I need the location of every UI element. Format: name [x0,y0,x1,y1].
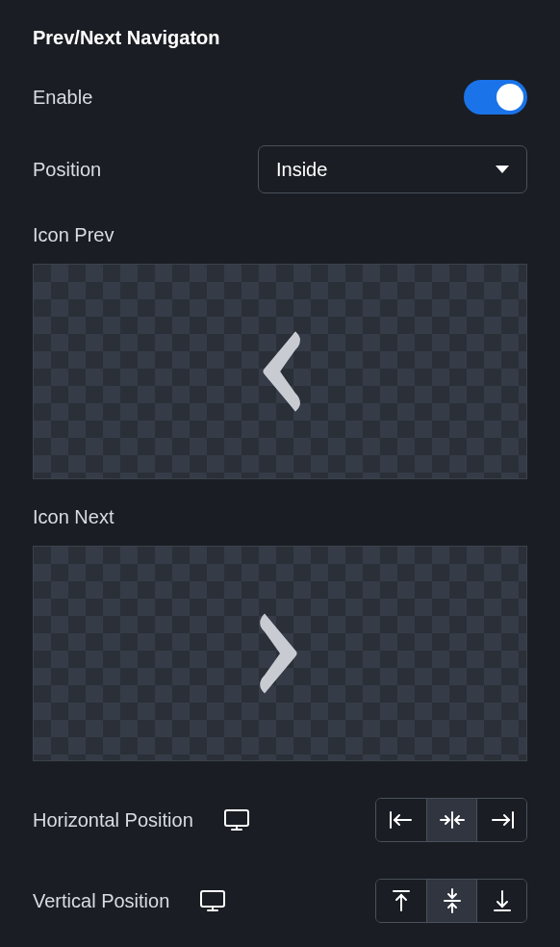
icon-next-preview[interactable] [33,546,527,761]
horizontal-position-row: Horizontal Position [33,798,527,842]
vpos-top-button[interactable] [376,880,426,922]
hpos-right-button[interactable] [476,799,526,841]
enable-row: Enable [33,80,527,115]
svg-rect-0 [225,810,248,826]
position-select[interactable]: Inside [258,145,527,193]
desktop-icon-2[interactable] [200,890,225,911]
vpos-middle-button[interactable] [426,880,476,922]
vpos-label: Vertical Position [33,890,169,912]
enable-toggle[interactable] [464,80,527,115]
hpos-left-group: Horizontal Position [33,809,249,832]
hpos-left-button[interactable] [376,799,426,841]
enable-label: Enable [33,87,92,109]
section-title: Prev/Next Navigaton [33,27,527,49]
chevron-down-icon [496,166,509,173]
desktop-icon[interactable] [224,809,249,831]
position-row: Position Inside [33,145,527,193]
chevron-right-icon [248,607,312,700]
chevron-left-icon [248,325,312,418]
hpos-center-button[interactable] [426,799,476,841]
position-value: Inside [276,159,327,181]
vpos-segmented [375,879,527,923]
hpos-segmented [375,798,527,842]
icon-prev-label: Icon Prev [33,224,527,246]
hpos-label: Horizontal Position [33,809,193,832]
icon-next-label: Icon Next [33,506,527,528]
position-label: Position [33,159,101,181]
toggle-knob [496,84,523,111]
svg-rect-10 [201,891,224,907]
vpos-bottom-button[interactable] [476,880,526,922]
vpos-left-group: Vertical Position [33,890,225,912]
vertical-position-row: Vertical Position [33,879,527,923]
icon-prev-preview[interactable] [33,264,527,479]
